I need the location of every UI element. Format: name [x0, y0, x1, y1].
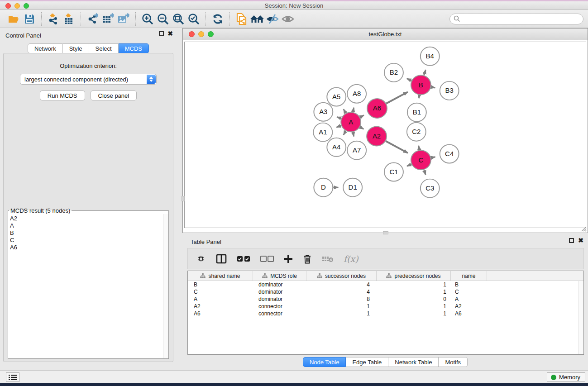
graph-edge-a-a7[interactable] — [353, 132, 354, 137]
graph-edge-b-b4[interactable] — [424, 70, 426, 75]
zoom-out-icon[interactable] — [155, 12, 171, 26]
deselect-all-icon[interactable] — [260, 256, 274, 262]
tab-mcds[interactable]: MCDS — [119, 43, 149, 53]
graph-node-a3[interactable]: A3 — [314, 103, 333, 121]
column-header-name[interactable]: name — [451, 271, 487, 281]
graph-node-c3[interactable]: C3 — [421, 179, 440, 198]
column-header-shared-name[interactable]: shared name — [188, 271, 253, 281]
close-panel-button[interactable]: Close panel — [91, 91, 137, 100]
graph-node-c2[interactable]: C2 — [407, 123, 426, 141]
select-all-icon[interactable] — [237, 256, 250, 262]
graph-node-b2[interactable]: B2 — [384, 63, 403, 82]
task-history-button[interactable] — [6, 372, 19, 382]
graph-edge-b-b1[interactable] — [419, 95, 419, 98]
split-columns-icon[interactable] — [216, 254, 227, 264]
export-network-icon[interactable] — [85, 12, 100, 26]
optimization-criterion-dropdown[interactable]: largest connected component (directed) — [20, 74, 157, 85]
resize-grip-icon[interactable] — [580, 225, 587, 232]
graph-node-c4[interactable]: C4 — [440, 144, 459, 163]
table-row[interactable]: A2 connector 1 1 A2 — [188, 303, 583, 310]
table-row[interactable]: B dominator 4 1 B — [188, 281, 583, 288]
table-row[interactable]: A dominator 8 0 A — [188, 295, 583, 303]
search-field[interactable] — [449, 14, 583, 24]
column-header-mcds-role[interactable]: MCDS role — [253, 271, 306, 281]
memory-button[interactable]: Memory — [547, 372, 585, 382]
graph-node-b3[interactable]: B3 — [440, 81, 459, 100]
graph-edge-a-a1[interactable] — [336, 125, 341, 127]
list-item[interactable]: A2 — [10, 215, 163, 222]
home-icon[interactable] — [249, 12, 265, 26]
network-window-titlebar[interactable]: testGlobe.txt — [183, 29, 588, 40]
open-file-icon[interactable] — [6, 12, 22, 26]
graph-node-a2[interactable]: A2 — [367, 126, 387, 146]
close-panel-icon[interactable]: ✖ — [578, 238, 583, 243]
run-mcds-button[interactable]: Run MCDS — [40, 91, 85, 100]
tab-motifs[interactable]: Motifs — [439, 357, 468, 367]
refresh-icon[interactable] — [210, 12, 225, 26]
tab-node-table[interactable]: Node Table — [303, 357, 346, 367]
delete-table-icon[interactable] — [322, 255, 334, 262]
graph-edge-a-a2[interactable] — [360, 127, 363, 129]
graph-edge-b-b3[interactable] — [431, 87, 435, 88]
graph-node-a5[interactable]: A5 — [327, 88, 346, 106]
tab-network-table[interactable]: Network Table — [388, 357, 439, 367]
list-item[interactable]: C — [10, 237, 163, 244]
tab-network[interactable]: Network — [28, 43, 63, 53]
result-list-scrollbar[interactable] — [163, 214, 168, 358]
table-row[interactable]: A6 connector 1 1 A6 — [188, 310, 583, 317]
graph-edge-a-a4[interactable] — [344, 131, 346, 135]
graph-node-b[interactable]: B — [411, 75, 431, 95]
save-session-icon[interactable] — [22, 12, 37, 26]
float-panel-icon[interactable] — [569, 238, 574, 243]
graph-node-b1[interactable]: B1 — [407, 103, 426, 122]
zoom-selected-icon[interactable] — [186, 12, 201, 26]
search-input[interactable] — [463, 15, 579, 22]
list-item[interactable]: B — [10, 229, 163, 237]
table-row[interactable]: C dominator 4 1 C — [188, 288, 583, 295]
network-canvas[interactable]: B4B2B3A8A5A3B1A1C2A4A7C4C1C3DD1BA6AA2C — [184, 42, 586, 228]
graph-edge-a-a3[interactable] — [337, 117, 341, 119]
mcds-result-list[interactable]: A2 A B C A6 — [8, 214, 163, 358]
graph-edge-a-a8[interactable] — [353, 108, 354, 112]
show-details-icon[interactable] — [280, 12, 296, 26]
graph-edge-c-c3[interactable] — [424, 170, 426, 175]
gear-icon[interactable] — [196, 254, 206, 264]
float-panel-icon[interactable] — [159, 31, 164, 36]
column-header-successor-nodes[interactable]: successor nodes — [306, 271, 377, 281]
graph-node-a1[interactable]: A1 — [313, 123, 332, 142]
splitter-handle[interactable] — [182, 196, 185, 201]
import-network-icon[interactable] — [46, 12, 61, 26]
tab-style[interactable]: Style — [63, 43, 89, 53]
delete-column-icon[interactable] — [303, 254, 312, 264]
graph-node-a8[interactable]: A8 — [347, 85, 366, 103]
graph-node-a6[interactable]: A6 — [367, 99, 387, 118]
splitter-handle[interactable] — [383, 231, 388, 234]
network-graph[interactable]: B4B2B3A8A5A3B1A1C2A4A7C4C1C3DD1BA6AA2C — [185, 42, 586, 228]
graph-node-d[interactable]: D — [314, 178, 333, 197]
zoom-fit-icon[interactable] — [171, 12, 186, 26]
list-item[interactable]: A6 — [10, 244, 163, 251]
graph-node-a[interactable]: A — [341, 112, 361, 132]
graph-edge-c-c1[interactable] — [407, 164, 411, 166]
add-column-icon[interactable] — [284, 254, 293, 263]
graph-edge-a-a6[interactable] — [360, 115, 364, 117]
export-table-icon[interactable] — [100, 12, 116, 26]
graph-node-b4[interactable]: B4 — [421, 47, 440, 66]
graph-edge-c-c2[interactable] — [419, 146, 420, 150]
clone-network-icon[interactable] — [234, 12, 249, 26]
graph-node-c[interactable]: C — [411, 150, 431, 170]
tab-select[interactable]: Select — [89, 43, 119, 53]
graph-node-c1[interactable]: C1 — [384, 163, 403, 181]
tab-edge-table[interactable]: Edge Table — [346, 357, 388, 367]
graph-edge-a-a5[interactable] — [344, 109, 346, 113]
graph-edge-a2-c[interactable] — [386, 141, 408, 153]
graph-node-a4[interactable]: A4 — [327, 138, 346, 157]
graph-node-a7[interactable]: A7 — [347, 141, 366, 160]
import-table-icon[interactable] — [61, 12, 76, 26]
graph-edge-b-b2[interactable] — [407, 79, 411, 81]
function-builder-icon[interactable]: f(x) — [344, 254, 359, 264]
graph-edge-c-c4[interactable] — [431, 157, 435, 158]
export-image-icon[interactable] — [116, 12, 131, 26]
column-header-predecessor-nodes[interactable]: predecessor nodes — [377, 271, 451, 281]
zoom-in-icon[interactable] — [140, 12, 155, 26]
